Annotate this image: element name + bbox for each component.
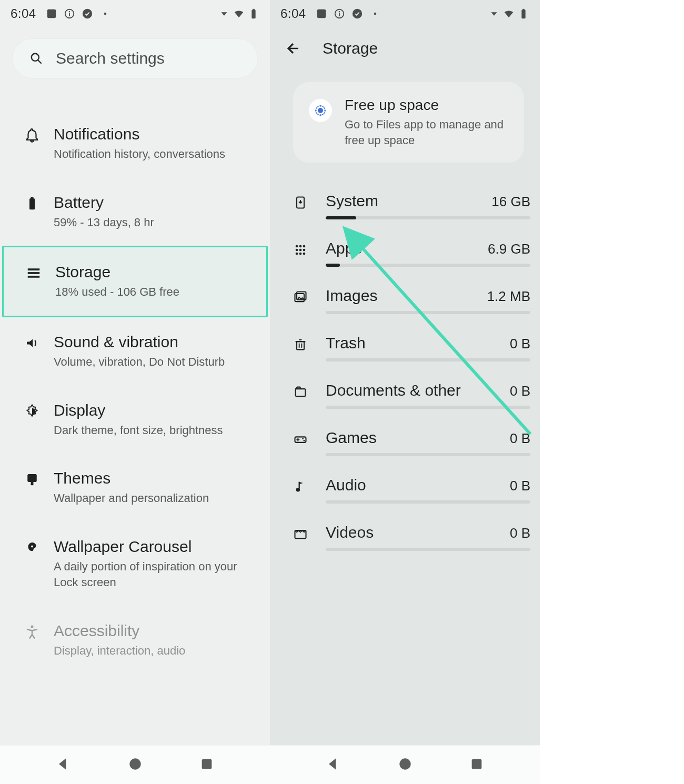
svg-rect-6: [252, 10, 255, 18]
storage-row-bar: [326, 406, 530, 409]
storage-row-bar: [326, 264, 530, 267]
card-desc: Go to Files app to manage and free up sp…: [345, 117, 508, 148]
svg-point-44: [303, 253, 306, 255]
settings-item-battery[interactable]: Battery59% - 13 days, 8 hr: [0, 178, 270, 246]
settings-item-wallpaper[interactable]: Wallpaper CarouselA daily portion of ins…: [0, 522, 270, 606]
storage-row-value: 6.9 GB: [488, 241, 530, 257]
svg-rect-14: [28, 276, 40, 278]
nav-back[interactable]: [55, 756, 72, 775]
svg-point-17: [31, 546, 33, 548]
svg-rect-28: [522, 9, 525, 11]
nav-back[interactable]: [325, 756, 341, 775]
system-icon: [293, 195, 308, 210]
svg-rect-50: [296, 389, 306, 397]
settings-item-title: Sound & vibration: [54, 333, 258, 351]
svg-point-29: [318, 108, 323, 113]
svg-point-36: [296, 245, 298, 248]
svg-line-9: [38, 60, 42, 64]
settings-item-subtitle: 18% used - 106 GB free: [55, 284, 255, 300]
storage-row-trash[interactable]: Trash0 B: [293, 324, 530, 371]
settings-item-subtitle: Volume, vibration, Do Not Disturb: [54, 354, 258, 370]
wifi-icon: [503, 8, 515, 19]
settings-item-display[interactable]: DisplayDark theme, font size, brightness: [0, 386, 270, 454]
settings-list: NotificationsNotification history, conve…: [0, 83, 270, 674]
storage-row-videos[interactable]: Videos0 B: [293, 513, 530, 560]
storage-row-value: 16 GB: [491, 194, 530, 210]
nav-bar: [0, 745, 270, 784]
themes-icon: [24, 471, 40, 487]
status-bar: 6:04: [270, 0, 540, 27]
settings-item-notifications[interactable]: NotificationsNotification history, conve…: [0, 109, 270, 178]
nav-home[interactable]: [127, 756, 144, 775]
storage-row-audio[interactable]: Audio0 B: [293, 466, 530, 513]
svg-point-37: [299, 245, 302, 248]
settings-item-sound[interactable]: Sound & vibrationVolume, vibration, Do N…: [0, 317, 270, 386]
svg-point-19: [129, 758, 140, 769]
search-icon: [29, 52, 43, 65]
images-icon: [293, 290, 308, 305]
storage-row-bar: [326, 358, 530, 361]
nav-home[interactable]: [397, 756, 414, 775]
check-circle-icon: [351, 8, 363, 19]
storage-row-value: 0 B: [510, 478, 530, 494]
svg-rect-11: [31, 197, 34, 199]
settings-item-accessibility[interactable]: AccessibilityDisplay, interaction, audio: [0, 606, 270, 675]
free-up-space-card[interactable]: Free up space Go to Files app to manage …: [293, 82, 524, 163]
card-title: Free up space: [345, 97, 508, 114]
storage-row-title: Trash: [326, 334, 366, 352]
arrow-back-icon: [285, 41, 301, 56]
svg-point-57: [399, 758, 410, 769]
svg-rect-20: [202, 759, 212, 769]
storage-row-apps[interactable]: Apps6.9 GB: [293, 229, 530, 276]
svg-rect-27: [521, 10, 525, 18]
storage-row-system[interactable]: System16 GB: [293, 182, 530, 229]
status-time: 6:04: [280, 6, 306, 21]
apps-icon: [293, 243, 308, 257]
storage-row-title: Videos: [326, 524, 374, 541]
settings-item-subtitle: Dark theme, font size, brightness: [54, 423, 258, 438]
storage-row-title: Documents & other: [326, 381, 461, 399]
storage-row-images[interactable]: Images1.2 MB: [293, 276, 530, 324]
storage-row-documents[interactable]: Documents & other0 B: [293, 371, 530, 418]
back-button[interactable]: [283, 38, 304, 59]
svg-point-8: [32, 54, 39, 61]
svg-rect-15: [27, 474, 37, 482]
nav-recent[interactable]: [198, 756, 215, 775]
svg-rect-58: [471, 759, 481, 769]
videos-icon: [293, 527, 308, 541]
settings-screen: 6:04 Search settings NotificationsNotifi…: [0, 0, 270, 784]
svg-point-18: [31, 625, 34, 628]
svg-point-41: [303, 249, 306, 252]
storage-row-value: 0 B: [510, 525, 530, 541]
storage-row-value: 0 B: [510, 430, 530, 447]
storage-screen: 6:04 Storage Free up space Go to Files a…: [270, 0, 540, 784]
settings-item-themes[interactable]: ThemesWallpaper and personalization: [0, 454, 270, 522]
status-icon-generic: [46, 8, 57, 19]
settings-item-title: Storage: [55, 263, 255, 281]
display-icon: [24, 404, 40, 419]
settings-item-title: Themes: [54, 469, 258, 487]
storage-icon: [26, 265, 42, 281]
battery-icon: [518, 8, 529, 19]
dot-icon: [369, 8, 381, 19]
wifi-icon: [233, 8, 245, 19]
settings-item-subtitle: Display, interaction, audio: [54, 643, 258, 659]
storage-row-title: Audio: [326, 476, 366, 494]
settings-item-storage[interactable]: Storage18% used - 106 GB free: [2, 246, 268, 317]
accessibility-icon: [24, 624, 40, 640]
files-app-icon: [309, 99, 332, 122]
svg-point-54: [296, 488, 300, 491]
storage-row-title: Images: [326, 287, 377, 305]
trash-icon: [293, 337, 308, 352]
nav-recent[interactable]: [468, 756, 485, 775]
svg-point-26: [374, 13, 376, 15]
storage-row-games[interactable]: Games0 B: [293, 418, 530, 466]
settings-item-subtitle: 59% - 13 days, 8 hr: [54, 215, 258, 230]
search-settings[interactable]: Search settings: [13, 39, 257, 78]
dot-icon: [99, 8, 111, 19]
settings-item-title: Display: [54, 401, 258, 419]
nav-bar: [270, 745, 540, 784]
settings-item-subtitle: A daily portion of inspiration on your L…: [54, 559, 258, 590]
svg-point-39: [296, 249, 298, 252]
svg-rect-21: [317, 9, 326, 18]
